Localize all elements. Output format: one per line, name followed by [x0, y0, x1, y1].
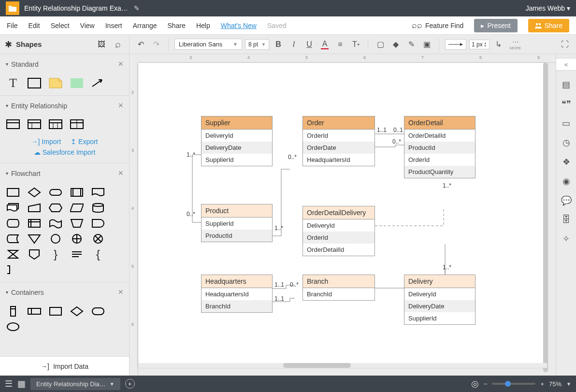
- grid-view-icon[interactable]: ▦: [17, 378, 26, 389]
- canvas-area[interactable]: 3456789 234567 Supplier DeliveryId De: [130, 54, 556, 376]
- border-color-icon[interactable]: ✎: [405, 38, 418, 51]
- note-shape[interactable]: [48, 78, 63, 88]
- menu-whats-new[interactable]: What's New: [221, 22, 257, 29]
- page-tab[interactable]: Entity Relationship Dia…▼: [30, 378, 120, 390]
- er-table-4[interactable]: [70, 119, 84, 130]
- zoom-slider[interactable]: [492, 383, 535, 385]
- folder-icon[interactable]: [6, 1, 19, 15]
- slide-icon[interactable]: ▤: [562, 79, 570, 90]
- menu-edit[interactable]: Edit: [29, 22, 40, 29]
- close-icon[interactable]: ×: [118, 287, 123, 297]
- entity-branch[interactable]: Branch BranchId: [302, 275, 375, 301]
- arrow-shape[interactable]: [91, 78, 105, 88]
- chat-icon[interactable]: 💬: [561, 195, 572, 206]
- feature-find[interactable]: ⌕⌕ Feature Find: [412, 20, 463, 30]
- layers-icon[interactable]: ❖: [562, 157, 570, 167]
- category-containers-header[interactable]: ▾Containers×: [0, 282, 129, 302]
- undo-icon[interactable]: ↶: [134, 38, 147, 51]
- present-icon[interactable]: ▭: [562, 118, 570, 129]
- fc-paper-tape[interactable]: [48, 218, 63, 229]
- menu-view[interactable]: View: [80, 22, 95, 29]
- fc-terminator[interactable]: [48, 187, 63, 198]
- zoom-menu-icon[interactable]: ▼: [566, 381, 571, 387]
- bold-icon[interactable]: B: [272, 38, 285, 51]
- line-style-select[interactable]: [445, 39, 466, 50]
- entity-order[interactable]: Order OrderId OrderDate HeadquartersId: [302, 116, 375, 166]
- fc-card[interactable]: [6, 264, 20, 275]
- er-table-3[interactable]: [48, 119, 63, 130]
- fc-collate[interactable]: [6, 249, 20, 260]
- history-icon[interactable]: ◷: [562, 137, 570, 148]
- fc-sum[interactable]: [91, 233, 105, 244]
- scrollbar-horizontal[interactable]: [138, 363, 547, 368]
- ink-icon[interactable]: ◉: [562, 176, 570, 187]
- fc-decision[interactable]: [27, 187, 42, 198]
- entity-orderdetail[interactable]: OrderDetail OrderDetailId ProductId Orde…: [404, 116, 475, 178]
- more-button[interactable]: ⋯MORE: [510, 38, 521, 50]
- menu-help[interactable]: Help: [196, 22, 210, 29]
- share-button[interactable]: Share: [528, 19, 569, 32]
- ct-3[interactable]: [48, 306, 63, 317]
- gear-icon[interactable]: ✱: [5, 39, 12, 50]
- ct-4[interactable]: [70, 306, 84, 317]
- fc-merge[interactable]: [27, 233, 42, 244]
- fc-stored-data[interactable]: [6, 233, 20, 244]
- fc-connector[interactable]: [48, 233, 63, 244]
- fc-process[interactable]: [6, 187, 20, 198]
- entity-delivery[interactable]: Delivery DeliveryId DeliveryDate Supplie…: [404, 275, 475, 325]
- sync-icon[interactable]: ◎: [471, 378, 479, 389]
- fc-direct-data[interactable]: [6, 218, 20, 229]
- close-icon[interactable]: ×: [118, 101, 123, 111]
- user-menu[interactable]: James Webb ▾: [526, 4, 570, 12]
- italic-icon[interactable]: I: [288, 38, 300, 51]
- block-shape[interactable]: [70, 78, 84, 88]
- scrollbar-vertical[interactable]: [543, 63, 548, 367]
- present-button[interactable]: ▸ Present: [474, 19, 517, 32]
- magic-icon[interactable]: ✧: [562, 233, 570, 244]
- fullscreen-icon[interactable]: ⛶: [559, 38, 571, 51]
- fc-database[interactable]: [91, 203, 105, 213]
- fill-icon[interactable]: ◆: [389, 38, 402, 51]
- font-size-select[interactable]: 8 pt▼: [245, 39, 269, 50]
- fc-or[interactable]: [70, 233, 84, 244]
- shape-outline-icon[interactable]: ▢: [374, 38, 387, 51]
- image-icon[interactable]: 🖼: [95, 38, 108, 51]
- menu-arrange[interactable]: Arrange: [133, 22, 157, 29]
- line-width-select[interactable]: 1 px▲▼: [469, 40, 490, 49]
- canvas[interactable]: Supplier DeliveryId DeliveryDate Supplie…: [138, 63, 547, 367]
- fc-multidoc[interactable]: [6, 203, 20, 213]
- category-er-header[interactable]: ▾Entity Relationship×: [0, 96, 129, 116]
- fc-internal-storage[interactable]: [27, 218, 42, 229]
- close-icon[interactable]: ×: [118, 59, 123, 69]
- document-title[interactable]: Entity Relationship Diagram Exa…: [24, 4, 128, 12]
- fc-offpage[interactable]: [27, 249, 42, 260]
- shape-options-icon[interactable]: ▣: [420, 38, 433, 51]
- fc-manual-op[interactable]: [70, 218, 84, 229]
- data-icon[interactable]: 🗄: [562, 215, 571, 225]
- text-color-icon[interactable]: A: [318, 38, 331, 51]
- category-flowchart-header[interactable]: ▾Flowchart×: [0, 163, 129, 183]
- menu-select[interactable]: Select: [51, 22, 70, 29]
- fc-predefined[interactable]: [70, 187, 84, 198]
- menu-file[interactable]: File: [7, 22, 18, 29]
- er-salesforce-link[interactable]: ☁ Salesforce Import: [34, 148, 96, 156]
- search-icon[interactable]: ⌕: [112, 38, 124, 51]
- ct-6[interactable]: [6, 321, 20, 332]
- fc-note[interactable]: [70, 249, 84, 260]
- fc-document[interactable]: [91, 187, 105, 198]
- fc-delay[interactable]: [91, 218, 105, 229]
- fc-brace-close[interactable]: }: [48, 249, 63, 260]
- add-page-button[interactable]: +: [125, 379, 135, 389]
- entity-odd[interactable]: OrderDetailDelivery DeliveryId OrderId O…: [302, 206, 375, 256]
- menu-share[interactable]: Share: [168, 22, 186, 29]
- fc-data[interactable]: [70, 203, 84, 213]
- entity-product[interactable]: Product SupplierId ProductId: [201, 204, 273, 242]
- import-data-button[interactable]: →] Import Data: [0, 356, 129, 376]
- align-icon[interactable]: ≡: [334, 38, 346, 51]
- underline-icon[interactable]: U: [303, 38, 316, 51]
- ct-5[interactable]: [91, 306, 105, 317]
- fc-preparation[interactable]: [48, 203, 63, 213]
- zoom-in-button[interactable]: +: [540, 380, 544, 388]
- ct-2[interactable]: [27, 306, 42, 317]
- redo-icon[interactable]: ↷: [150, 38, 162, 51]
